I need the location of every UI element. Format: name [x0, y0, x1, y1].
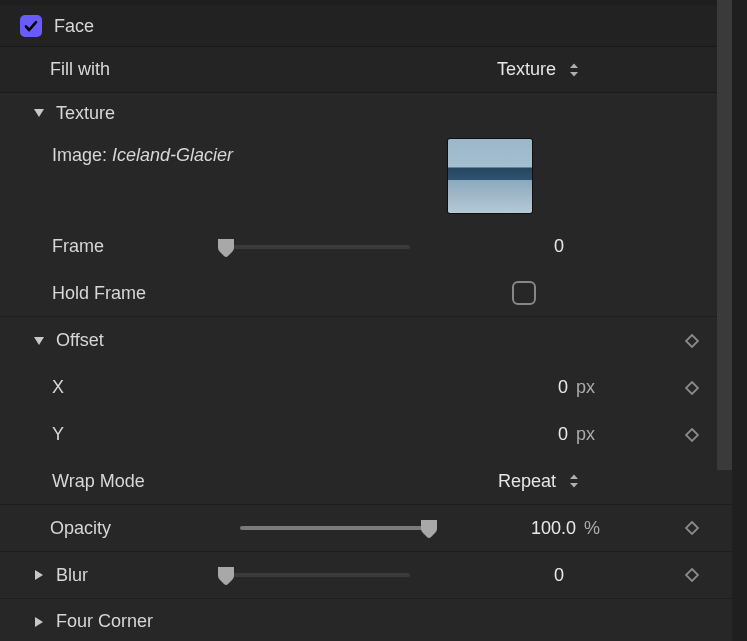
face-enable-checkbox[interactable]: [20, 15, 42, 37]
wrap-mode-select[interactable]: Repeat: [498, 471, 582, 492]
texture-disclosure-triangle[interactable]: [32, 106, 46, 120]
offset-x-value[interactable]: 0: [516, 377, 568, 398]
offset-y-label: Y: [52, 424, 64, 445]
wrap-mode-value: Repeat: [498, 471, 556, 492]
fill-with-value: Texture: [497, 59, 556, 80]
four-corner-label: Four Corner: [56, 611, 153, 632]
offset-x-unit: px: [576, 377, 600, 398]
stepper-icon: [566, 60, 582, 80]
stepper-icon: [566, 471, 582, 491]
blur-slider[interactable]: [220, 564, 410, 586]
offset-heading: Offset: [56, 330, 104, 351]
offset-disclosure-triangle[interactable]: [32, 334, 46, 348]
four-corner-disclosure-triangle[interactable]: [32, 615, 46, 629]
offset-y-value[interactable]: 0: [516, 424, 568, 445]
opacity-keyframe-button[interactable]: [684, 520, 700, 536]
scrollbar-thumb[interactable]: [717, 0, 732, 470]
offset-y-keyframe-button[interactable]: [684, 427, 700, 443]
image-well[interactable]: [448, 139, 532, 213]
blur-disclosure-triangle[interactable]: [32, 568, 46, 582]
image-name: Iceland-Glacier: [112, 145, 233, 165]
vertical-scrollbar[interactable]: [717, 0, 732, 470]
fill-with-select[interactable]: Texture: [497, 59, 582, 80]
offset-x-label: X: [52, 377, 64, 398]
opacity-label: Opacity: [50, 518, 111, 539]
opacity-unit: %: [584, 518, 608, 539]
blur-value[interactable]: 0: [512, 565, 564, 586]
opacity-slider[interactable]: [240, 517, 435, 539]
offset-x-keyframe-button[interactable]: [684, 380, 700, 396]
hold-frame-label: Hold Frame: [52, 283, 146, 304]
blur-keyframe-button[interactable]: [684, 567, 700, 583]
frame-value[interactable]: 0: [512, 236, 564, 257]
face-title: Face: [54, 16, 94, 37]
texture-heading: Texture: [56, 103, 115, 124]
opacity-value[interactable]: 100.0: [524, 518, 576, 539]
hold-frame-checkbox[interactable]: [512, 281, 536, 305]
image-label: Image:: [52, 145, 107, 165]
wrap-mode-label: Wrap Mode: [52, 471, 145, 492]
offset-y-unit: px: [576, 424, 600, 445]
frame-slider[interactable]: [220, 236, 410, 258]
fill-with-label: Fill with: [50, 59, 110, 80]
offset-keyframe-button[interactable]: [684, 333, 700, 349]
frame-label: Frame: [52, 236, 104, 257]
blur-label: Blur: [56, 565, 88, 586]
